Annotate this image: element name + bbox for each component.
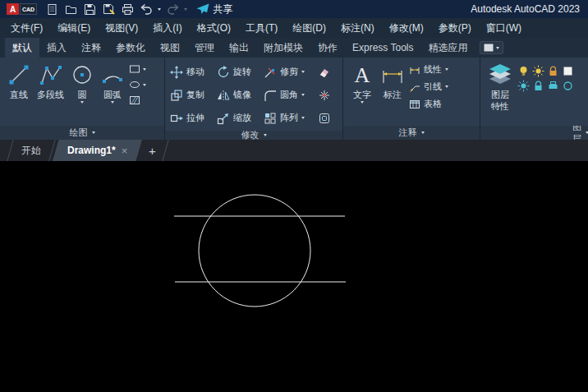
tool-explode[interactable] xyxy=(319,85,335,105)
text-flyout-icon[interactable] xyxy=(361,101,364,104)
tool-rectangle[interactable] xyxy=(129,63,146,75)
layer-thaw-icon[interactable] xyxy=(532,65,544,77)
tool-circle[interactable]: 圆 xyxy=(68,60,96,105)
ribbon-tab-manage[interactable]: 管理 xyxy=(187,38,222,58)
ribbon-tab-insert[interactable]: 插入 xyxy=(39,38,74,58)
tool-arc[interactable]: 圆弧 xyxy=(99,60,126,105)
layer-color-swatch-icon[interactable] xyxy=(562,65,574,77)
menu-view[interactable]: 视图(V) xyxy=(98,18,145,38)
menu-draw[interactable]: 绘图(D) xyxy=(285,18,333,38)
app-menu-button[interactable]: A CAD xyxy=(7,3,37,15)
tool-label: 引线 xyxy=(424,81,442,93)
tool-erase[interactable] xyxy=(319,62,335,82)
save-as-button[interactable] xyxy=(101,2,116,16)
panel-annotation: A 文字 标注 线性 引线 表格 注释 xyxy=(343,58,480,140)
menu-edit[interactable]: 编辑(E) xyxy=(50,18,98,38)
arc-flyout-icon[interactable] xyxy=(111,101,114,104)
open-file-button[interactable] xyxy=(63,2,78,16)
ribbon-tab-parametric[interactable]: 参数化 xyxy=(108,38,153,58)
ribbon-tab-annotate[interactable]: 注释 xyxy=(74,38,108,58)
tool-ellipse[interactable] xyxy=(129,79,146,90)
stretch-icon xyxy=(170,112,183,125)
save-button[interactable] xyxy=(82,2,97,16)
ribbon-tab-express-tools[interactable]: Express Tools xyxy=(345,38,420,58)
share-label: 共享 xyxy=(213,2,232,16)
tool-trim[interactable]: 修剪 xyxy=(264,62,316,82)
tool-dimension[interactable]: 标注 xyxy=(379,60,407,101)
ribbon-tab-output[interactable]: 输出 xyxy=(222,38,256,58)
tool-offset[interactable] xyxy=(319,108,335,128)
panel-title: 修改 xyxy=(241,131,260,140)
close-tab-icon[interactable]: × xyxy=(122,145,128,157)
undo-dropdown-icon[interactable] xyxy=(158,8,161,11)
ribbon-tab-featured-apps[interactable]: 精选应用 xyxy=(420,38,475,58)
tool-line[interactable]: 直线 xyxy=(5,60,33,101)
tool-linear[interactable]: 线性 xyxy=(409,63,448,76)
layer-freeze-icon[interactable] xyxy=(517,80,530,92)
redo-button[interactable] xyxy=(165,2,180,16)
new-file-button[interactable] xyxy=(44,2,59,16)
menu-bar: 文件(F) 编辑(E) 视图(V) 插入(I) 格式(O) 工具(T) 绘图(D… xyxy=(0,18,588,38)
share-button[interactable]: 共享 xyxy=(196,2,232,16)
tool-scale[interactable]: 缩放 xyxy=(217,108,261,128)
menu-modify[interactable]: 修改(M) xyxy=(382,18,431,38)
new-drawing-tab-button[interactable]: + xyxy=(142,140,162,161)
panel-expand-icon xyxy=(421,131,425,134)
tool-rotate[interactable]: 旋转 xyxy=(217,62,261,82)
tool-fillet[interactable]: 圆角 xyxy=(264,85,316,105)
ribbon-tab-addins[interactable]: 附加模块 xyxy=(256,38,310,58)
modify-panel-footer[interactable]: 修改 xyxy=(165,131,342,140)
menu-parametric[interactable]: 参数(P) xyxy=(431,18,479,38)
undo-button[interactable] xyxy=(139,2,154,16)
tool-mirror[interactable]: 镜像 xyxy=(217,85,261,105)
undo-icon xyxy=(140,3,153,15)
circle-flyout-icon[interactable] xyxy=(80,101,84,104)
layer-on-icon[interactable] xyxy=(517,65,530,77)
layer-isolate-icon[interactable] xyxy=(562,80,574,92)
file-tab-start[interactable]: 开始 xyxy=(7,140,55,161)
window-title: Autodesk AutoCAD 2023 xyxy=(471,3,581,15)
trim-flyout-icon[interactable] xyxy=(301,71,305,73)
linear-flyout-icon[interactable] xyxy=(445,68,448,71)
tool-table[interactable]: 表格 xyxy=(409,98,448,110)
tool-leader[interactable]: 引线 xyxy=(409,81,448,93)
file-tab-drawing1[interactable]: Drawing1* × xyxy=(53,140,142,161)
ribbon-display-toggle[interactable] xyxy=(480,41,503,54)
layer-unlock-icon[interactable] xyxy=(547,65,559,77)
tool-array[interactable]: 阵列 xyxy=(264,108,316,128)
tool-label: 移动 xyxy=(186,66,204,78)
layers-panel-footer[interactable]: 图层 xyxy=(480,126,588,140)
tool-move[interactable]: 移动 xyxy=(170,62,214,82)
fillet-flyout-icon[interactable] xyxy=(301,94,305,96)
drawing-canvas[interactable] xyxy=(0,161,588,392)
array-flyout-icon[interactable] xyxy=(301,117,305,119)
ribbon-tab-home[interactable]: 默认 xyxy=(5,38,39,58)
layer-properties-button[interactable]: 图层 特性 xyxy=(485,60,515,113)
ribbon-tab-view[interactable]: 视图 xyxy=(153,38,187,58)
menu-file[interactable]: 文件(F) xyxy=(3,18,50,38)
save-icon xyxy=(84,3,96,16)
tool-label: 修剪 xyxy=(280,66,298,78)
ribbon-tab-collaborate[interactable]: 协作 xyxy=(310,38,345,58)
circle-entity[interactable] xyxy=(199,195,310,307)
menu-tools[interactable]: 工具(T) xyxy=(238,18,285,38)
menu-format[interactable]: 格式(O) xyxy=(190,18,238,38)
leader-flyout-icon[interactable] xyxy=(445,85,448,88)
scale-icon xyxy=(217,112,230,125)
redo-dropdown-icon[interactable] xyxy=(184,8,187,11)
layer-plot-icon[interactable] xyxy=(547,80,559,92)
layer-lock-icon[interactable] xyxy=(532,80,544,92)
draw-panel-footer[interactable]: 绘图 xyxy=(0,126,164,140)
tool-text[interactable]: A 文字 xyxy=(348,60,376,105)
tool-stretch[interactable]: 拉伸 xyxy=(170,108,214,128)
menu-dimension[interactable]: 标注(N) xyxy=(333,18,382,38)
annotation-panel-footer[interactable]: 注释 xyxy=(343,126,480,140)
tool-copy[interactable]: 复制 xyxy=(170,85,214,105)
menu-window[interactable]: 窗口(W) xyxy=(479,18,529,38)
tool-label: 旋转 xyxy=(233,66,251,78)
new-file-icon xyxy=(46,3,58,16)
menu-insert[interactable]: 插入(I) xyxy=(145,18,189,38)
tool-hatch[interactable] xyxy=(129,95,146,106)
plot-button[interactable] xyxy=(120,2,135,16)
tool-polyline[interactable]: 多段线 xyxy=(35,60,66,101)
